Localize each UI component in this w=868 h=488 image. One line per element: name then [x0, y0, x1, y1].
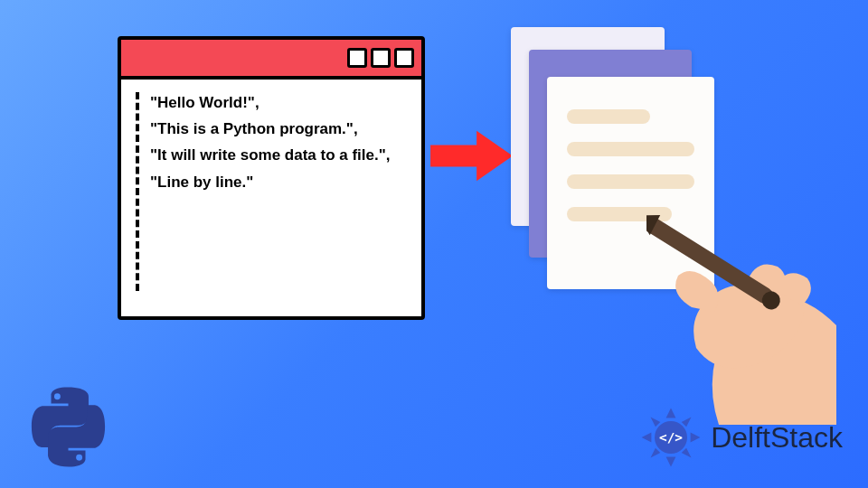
- delftstack-logo-icon: </>: [638, 405, 703, 470]
- svg-text:</>: </>: [659, 430, 683, 445]
- svg-marker-6: [642, 433, 652, 443]
- brand: </> DelftStack: [638, 405, 843, 470]
- svg-marker-9: [651, 448, 661, 458]
- code-line: "Line by line.": [150, 170, 391, 194]
- code-line: "Hello World!",: [150, 90, 391, 115]
- hand-writing-icon: [646, 208, 836, 425]
- window-control-icon: [371, 48, 391, 68]
- window-control-icon: [347, 48, 367, 68]
- text-line-icon: [567, 142, 694, 156]
- brand-name: DelftStack: [711, 421, 843, 455]
- svg-marker-5: [666, 457, 676, 467]
- code-line: "It will write some data to a file.",: [150, 143, 391, 167]
- text-line-icon: [567, 174, 694, 189]
- code-window: "Hello World!", "This is a Python progra…: [118, 36, 425, 320]
- text-line-icon: [567, 109, 650, 124]
- code-line: "This is a Python program.",: [150, 117, 391, 141]
- svg-marker-10: [651, 418, 661, 427]
- svg-marker-11: [682, 448, 692, 458]
- svg-marker-7: [691, 433, 701, 443]
- svg-marker-8: [682, 418, 692, 427]
- window-control-icon: [394, 48, 414, 68]
- titlebar: [121, 40, 421, 80]
- code-lines: "Hello World!", "This is a Python progra…: [150, 90, 391, 291]
- python-logo-icon: [25, 384, 111, 470]
- margin-rule-icon: [136, 92, 139, 291]
- svg-marker-4: [666, 408, 676, 418]
- code-body: "Hello World!", "This is a Python progra…: [121, 80, 421, 316]
